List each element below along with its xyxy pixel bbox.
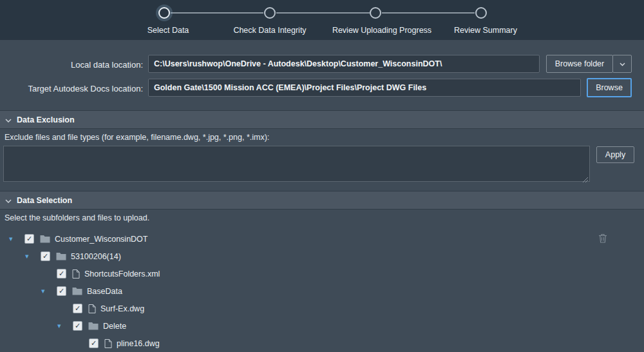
target-docs-location-label: Target Autodesk Docs location: — [3, 84, 143, 93]
tree-row[interactable]: ▾ ✓ BaseData — [0, 282, 644, 300]
checkbox[interactable]: ✓ — [57, 269, 66, 279]
step-label-check-data-integrity: Check Data Integrity — [233, 26, 306, 35]
apply-button[interactable]: Apply — [596, 146, 634, 163]
tree-item-label: 53100206(14) — [71, 252, 121, 261]
tree-item-label: pline16.dwg — [117, 339, 160, 348]
folder-icon — [72, 287, 82, 295]
step-label-select-data: Select Data — [147, 26, 189, 35]
expander-down-icon[interactable]: ▾ — [9, 235, 13, 242]
local-data-location-input[interactable] — [148, 55, 540, 73]
tree-item-label: Delete — [103, 322, 126, 331]
check-icon: ✓ — [59, 270, 64, 277]
folder-icon — [40, 235, 50, 243]
upload-wizard-window: Select Data Check Data Integrity Review … — [0, 0, 644, 352]
location-section: Local data location: Browse folder Targe… — [0, 40, 644, 110]
checkbox[interactable]: ✓ — [24, 234, 34, 244]
step-circle-select-data — [158, 7, 170, 19]
file-icon — [104, 339, 112, 348]
step-circle-review-summary — [475, 7, 487, 19]
data-selection-title: Data Selection — [17, 196, 72, 205]
trash-icon[interactable] — [598, 233, 608, 244]
checkbox[interactable]: ✓ — [41, 251, 50, 261]
step-label-review-uploading-progress: Review Uploading Progress — [332, 26, 431, 35]
target-docs-location-input[interactable] — [148, 79, 581, 97]
exclude-input[interactable] — [3, 146, 590, 182]
step-circle-review-uploading-progress — [370, 7, 381, 19]
step-connector — [276, 12, 370, 14]
data-exclusion-title: Data Exclusion — [17, 115, 75, 124]
step-label-review-summary: Review Summary — [454, 26, 517, 35]
local-data-location-label: Local data location: — [3, 60, 143, 70]
data-selection-header[interactable]: Data Selection — [0, 191, 644, 210]
step-connector — [382, 12, 475, 14]
tree-row[interactable]: ✓ Surf-Ex.dwg — [0, 300, 644, 317]
tree-row[interactable]: ▾ ✓ Customer_WisconsinDOT — [0, 230, 644, 248]
selection-hint-text: Select the subfolders and files to uploa… — [5, 213, 149, 222]
tree-item-label: Surf-Ex.dwg — [100, 304, 144, 313]
check-icon: ✓ — [26, 235, 32, 242]
check-icon: ✓ — [75, 305, 80, 312]
chevron-down-icon — [620, 59, 625, 68]
tree-row[interactable]: ▾ ✓ 53100206(14) — [0, 248, 644, 265]
tree-item-label: ShortcutsFolders.xml — [84, 269, 160, 279]
collapse-chevron-icon[interactable] — [5, 196, 12, 205]
expander-down-icon[interactable]: ▾ — [57, 322, 61, 329]
browse-folder-button[interactable]: Browse folder — [546, 55, 613, 73]
collapse-chevron-icon[interactable] — [5, 115, 12, 124]
exclude-hint-text: Exclude files and file types (for exampl… — [5, 133, 269, 142]
check-icon: ✓ — [43, 253, 48, 260]
file-icon — [72, 269, 80, 279]
tree-item-label: BaseData — [87, 287, 122, 296]
browse-button[interactable]: Browse — [587, 78, 632, 97]
checkbox[interactable]: ✓ — [57, 286, 66, 296]
check-icon: ✓ — [91, 340, 97, 347]
browse-folder-menu-button[interactable] — [612, 55, 632, 73]
check-icon: ✓ — [75, 322, 80, 329]
expander-down-icon[interactable]: ▾ — [41, 288, 45, 295]
step-circle-check-data-integrity — [264, 7, 276, 19]
folder-icon — [88, 322, 99, 330]
tree-row[interactable]: ✓ pline16.dwg — [0, 335, 644, 352]
checkbox[interactable]: ✓ — [89, 338, 99, 348]
step-connector — [171, 12, 263, 14]
folder-icon — [56, 252, 66, 260]
tree-row[interactable]: ✓ ShortcutsFolders.xml — [0, 265, 644, 282]
tree-item-label: Customer_WisconsinDOT — [55, 235, 147, 244]
data-exclusion-header[interactable]: Data Exclusion — [0, 110, 644, 129]
check-icon: ✓ — [59, 288, 64, 295]
checkbox[interactable]: ✓ — [73, 304, 82, 313]
file-icon — [88, 304, 96, 313]
tree-row[interactable]: ▾ ✓ Delete — [0, 317, 644, 335]
checkbox[interactable]: ✓ — [73, 321, 82, 331]
expander-down-icon[interactable]: ▾ — [25, 253, 29, 260]
stepper-bar: Select Data Check Data Integrity Review … — [0, 0, 644, 40]
